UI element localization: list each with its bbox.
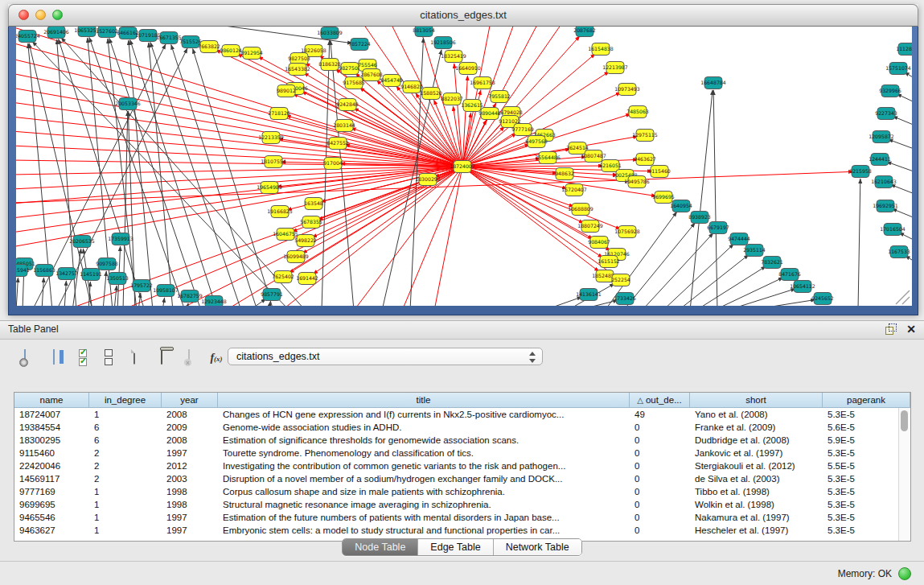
network-node[interactable]: 16648784 xyxy=(700,77,726,89)
network-node[interactable]: 8427552 xyxy=(326,138,349,150)
network-node[interactable]: 1795722 xyxy=(130,280,153,292)
network-node[interactable]: 5498222 xyxy=(294,235,317,247)
network-node[interactable]: 1362615 xyxy=(461,100,483,112)
network-node[interactable]: 18300295 xyxy=(415,174,441,186)
network-node[interactable]: 19166825 xyxy=(267,206,293,218)
table-row[interactable]: 977716911998Corpus callosum shape and si… xyxy=(14,485,898,498)
network-node[interactable]: 1145191 xyxy=(80,269,102,281)
memory-status-indicator[interactable] xyxy=(898,567,911,580)
network-node[interactable]: 10973493 xyxy=(614,84,640,96)
network-node[interactable]: 9463627 xyxy=(634,154,656,166)
table-row[interactable]: 1830029562008Estimation of significance … xyxy=(14,434,898,447)
column-header-name[interactable]: name xyxy=(14,393,89,408)
network-node[interactable]: 1167533 xyxy=(888,246,910,258)
column-header-pagerank[interactable]: pagerank xyxy=(823,393,910,408)
network-node[interactable]: 15751074 xyxy=(885,63,911,75)
network-node[interactable]: 16033809 xyxy=(317,27,343,39)
network-node[interactable]: 9242848 xyxy=(336,99,359,111)
network-node[interactable]: 16099489 xyxy=(283,251,309,263)
network-node[interactable]: 9084067 xyxy=(588,237,610,249)
network-node[interactable]: 16543382 xyxy=(285,64,310,76)
table-row[interactable]: 1938455462009Genome-wide association stu… xyxy=(14,421,898,434)
network-node[interactable]: 9699695 xyxy=(652,192,675,204)
network-node[interactable]: 8471676 xyxy=(778,269,801,281)
minimize-window-button[interactable] xyxy=(35,10,46,20)
network-node[interactable]: 2803144 xyxy=(333,120,355,132)
network-node[interactable]: 7485063 xyxy=(626,106,649,118)
float-panel-icon[interactable] xyxy=(885,323,897,335)
network-node[interactable]: 989012 xyxy=(277,85,296,97)
network-node[interactable]: 14136141 xyxy=(576,289,602,301)
network-node[interactable]: 16210643 xyxy=(871,176,897,188)
network-node[interactable]: 10958107 xyxy=(153,285,179,297)
network-node[interactable]: 16671355 xyxy=(156,32,182,44)
network-node[interactable]: 6679197 xyxy=(707,222,729,234)
new-column-button[interactable] xyxy=(124,347,145,368)
network-node[interactable]: 8215958 xyxy=(849,166,872,178)
network-node[interactable]: 7832621 xyxy=(761,257,783,269)
scrollbar-thumb[interactable] xyxy=(901,410,908,431)
network-node[interactable]: 2087682 xyxy=(573,27,596,37)
network-node[interactable]: 9227343 xyxy=(875,108,897,120)
select-all-rows-button[interactable] xyxy=(72,347,93,368)
network-node[interactable]: 10756928 xyxy=(614,226,640,238)
column-header-title[interactable]: title xyxy=(218,393,630,408)
close-panel-icon[interactable]: ✕ xyxy=(906,323,916,335)
network-node[interactable]: 17016504 xyxy=(880,224,906,236)
network-node[interactable]: 7857224 xyxy=(348,39,371,51)
network-node[interactable]: 20206535 xyxy=(69,236,95,248)
select-column-button[interactable] xyxy=(43,347,64,368)
network-node[interactable]: 12975115 xyxy=(632,130,658,142)
network-node[interactable]: 20691406 xyxy=(43,27,69,39)
canvas-resize-grip[interactable] xyxy=(896,290,910,304)
column-header-short[interactable]: short xyxy=(690,393,823,408)
network-node[interactable]: 2867608 xyxy=(360,69,383,81)
function-builder-button[interactable]: f(x) xyxy=(206,347,227,368)
network-node[interactable]: 9245652 xyxy=(811,293,834,305)
network-window-titlebar[interactable]: citations_edges.txt xyxy=(8,4,918,27)
network-node[interactable]: 8186328 xyxy=(318,59,341,71)
network-node[interactable]: 1615152 xyxy=(598,256,620,268)
network-node[interactable]: 12213359 xyxy=(258,132,284,144)
network-node[interactable]: 252254 xyxy=(611,274,630,286)
network-node[interactable]: 9890448 xyxy=(478,108,501,120)
column-header-in_degree[interactable]: in_degree xyxy=(89,393,162,408)
network-node[interactable]: 19692951 xyxy=(873,200,898,212)
table-scrollbar[interactable] xyxy=(898,408,910,541)
network-node[interactable]: 8822037 xyxy=(441,93,463,105)
network-node[interactable]: 25564486 xyxy=(535,152,561,164)
network-node[interactable]: 16782759 xyxy=(177,290,203,303)
row-height-button[interactable] xyxy=(98,347,119,368)
column-header-year[interactable]: year xyxy=(162,393,218,408)
network-node[interactable]: 17359913 xyxy=(108,233,133,245)
network-node[interactable]: 12095872 xyxy=(869,131,894,143)
network-node[interactable]: 5678355 xyxy=(300,216,322,229)
network-node[interactable]: 8912954 xyxy=(240,47,263,60)
table-row[interactable]: 2242004622012Investigating the contribut… xyxy=(14,459,898,472)
network-node[interactable]: 1588520 xyxy=(420,88,442,100)
network-node[interactable]: 18724007 xyxy=(450,161,475,173)
zoom-window-button[interactable] xyxy=(52,10,63,20)
table-row[interactable]: 946554611997Estimation of the future num… xyxy=(14,511,898,524)
column-header-out_de[interactable]: △out_de... xyxy=(630,393,690,408)
network-node[interactable]: 8938923 xyxy=(688,212,711,224)
network-node[interactable]: 9329966 xyxy=(879,85,901,97)
network-node[interactable]: 19654983 xyxy=(257,182,282,194)
network-node[interactable]: 7625402 xyxy=(272,271,294,283)
network-node[interactable]: 16154838 xyxy=(588,43,614,56)
network-node[interactable]: 16640910 xyxy=(455,63,481,75)
network-node[interactable]: 18325419 xyxy=(441,51,466,63)
network-node[interactable]: 1156863 xyxy=(33,265,55,277)
network-node[interactable]: 1112834 xyxy=(896,43,912,56)
network-node[interactable]: 1244411 xyxy=(869,154,891,166)
delete-button[interactable] xyxy=(151,347,172,368)
network-node[interactable]: 8813054 xyxy=(413,27,435,37)
canvas-resize-grip[interactable] xyxy=(902,297,910,304)
network-node[interactable]: 1350513 xyxy=(106,273,129,285)
table-row[interactable]: 911546021997Tourette syndrome. Phenomeno… xyxy=(14,447,898,459)
network-node[interactable]: 8454749 xyxy=(380,75,403,87)
network-node[interactable]: 15720407 xyxy=(561,184,587,196)
network-node[interactable]: 9777169 xyxy=(511,124,534,136)
network-node[interactable]: 2718126 xyxy=(268,108,290,120)
network-node[interactable]: 917004 xyxy=(323,158,343,170)
